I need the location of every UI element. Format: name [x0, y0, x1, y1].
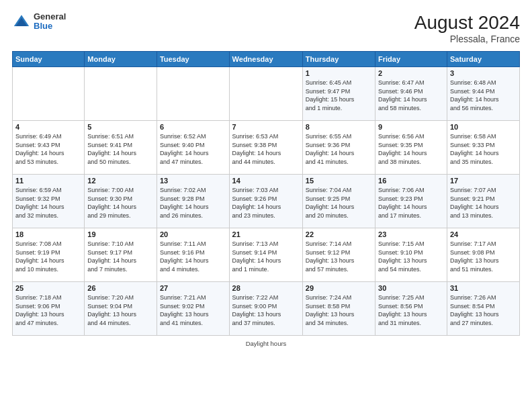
day-number: 29	[306, 284, 372, 292]
day-info: Sunrise: 6:53 AM Sunset: 9:38 PM Dayligh…	[232, 132, 300, 166]
calendar-cell: 6Sunrise: 6:52 AM Sunset: 9:40 PM Daylig…	[157, 121, 229, 175]
day-number: 8	[306, 123, 372, 131]
day-number: 12	[87, 177, 154, 185]
day-info: Sunrise: 7:15 AM Sunset: 9:10 PM Dayligh…	[378, 240, 444, 273]
logo-general-text: General	[34, 12, 66, 21]
calendar-cell: 22Sunrise: 7:14 AM Sunset: 9:12 PM Dayli…	[302, 228, 375, 282]
calendar-cell: 21Sunrise: 7:13 AM Sunset: 9:14 PM Dayli…	[229, 228, 302, 282]
day-number: 25	[15, 284, 81, 292]
calendar-header-sunday: Sunday	[13, 52, 85, 67]
daylight-label: Daylight hours	[246, 340, 287, 347]
calendar-cell: 5Sunrise: 6:51 AM Sunset: 9:41 PM Daylig…	[85, 121, 157, 175]
main-title: August 2024	[414, 12, 520, 34]
title-block: August 2024 Plessala, France	[414, 12, 520, 44]
day-info: Sunrise: 7:03 AM Sunset: 9:26 PM Dayligh…	[232, 186, 300, 220]
day-info: Sunrise: 6:55 AM Sunset: 9:36 PM Dayligh…	[306, 132, 372, 166]
calendar-header-tuesday: Tuesday	[157, 52, 229, 67]
calendar-cell	[85, 67, 157, 121]
calendar-cell: 28Sunrise: 7:22 AM Sunset: 9:00 PM Dayli…	[229, 282, 302, 336]
day-number: 21	[232, 230, 300, 238]
footer: Daylight hours	[12, 340, 520, 347]
calendar-header-saturday: Saturday	[447, 52, 519, 67]
day-number: 26	[87, 284, 154, 292]
day-number: 19	[87, 230, 154, 238]
day-number: 3	[450, 69, 517, 77]
calendar-cell: 16Sunrise: 7:06 AM Sunset: 9:23 PM Dayli…	[375, 175, 447, 228]
day-info: Sunrise: 7:06 AM Sunset: 9:23 PM Dayligh…	[378, 186, 444, 220]
calendar-cell: 20Sunrise: 7:11 AM Sunset: 9:16 PM Dayli…	[157, 228, 229, 282]
day-number: 18	[15, 230, 81, 238]
day-info: Sunrise: 7:25 AM Sunset: 8:56 PM Dayligh…	[378, 293, 444, 327]
day-number: 10	[450, 123, 517, 131]
calendar-cell: 27Sunrise: 7:21 AM Sunset: 9:02 PM Dayli…	[157, 282, 229, 336]
logo: General Blue	[12, 12, 66, 32]
calendar-cell: 9Sunrise: 6:56 AM Sunset: 9:35 PM Daylig…	[375, 121, 447, 175]
day-info: Sunrise: 7:04 AM Sunset: 9:25 PM Dayligh…	[306, 186, 372, 220]
day-info: Sunrise: 7:26 AM Sunset: 8:54 PM Dayligh…	[450, 293, 517, 327]
page: General Blue August 2024 Plessala, Franc…	[0, 0, 532, 411]
calendar-week-2: 11Sunrise: 6:59 AM Sunset: 9:32 PM Dayli…	[13, 175, 520, 228]
day-info: Sunrise: 7:02 AM Sunset: 9:28 PM Dayligh…	[160, 186, 226, 220]
calendar-cell: 12Sunrise: 7:00 AM Sunset: 9:30 PM Dayli…	[85, 175, 157, 228]
day-info: Sunrise: 7:08 AM Sunset: 9:19 PM Dayligh…	[15, 240, 81, 273]
calendar-cell: 19Sunrise: 7:10 AM Sunset: 9:17 PM Dayli…	[85, 228, 157, 282]
calendar-cell: 31Sunrise: 7:26 AM Sunset: 8:54 PM Dayli…	[447, 282, 519, 336]
day-info: Sunrise: 6:58 AM Sunset: 9:33 PM Dayligh…	[450, 132, 517, 166]
day-number: 17	[450, 177, 517, 185]
day-info: Sunrise: 6:52 AM Sunset: 9:40 PM Dayligh…	[160, 132, 226, 166]
day-info: Sunrise: 6:49 AM Sunset: 9:43 PM Dayligh…	[15, 132, 81, 166]
day-info: Sunrise: 7:07 AM Sunset: 9:21 PM Dayligh…	[450, 186, 517, 220]
calendar-header-monday: Monday	[85, 52, 157, 67]
day-number: 13	[160, 177, 226, 185]
day-number: 4	[15, 123, 81, 131]
day-number: 14	[232, 177, 300, 185]
calendar-week-4: 25Sunrise: 7:18 AM Sunset: 9:06 PM Dayli…	[13, 282, 520, 336]
day-info: Sunrise: 6:51 AM Sunset: 9:41 PM Dayligh…	[87, 132, 154, 166]
logo-icon	[12, 12, 31, 31]
calendar-cell: 26Sunrise: 7:20 AM Sunset: 9:04 PM Dayli…	[85, 282, 157, 336]
calendar-cell: 23Sunrise: 7:15 AM Sunset: 9:10 PM Dayli…	[375, 228, 447, 282]
day-number: 15	[306, 177, 372, 185]
calendar-week-0: 1Sunrise: 6:45 AM Sunset: 9:47 PM Daylig…	[13, 67, 520, 121]
calendar-week-1: 4Sunrise: 6:49 AM Sunset: 9:43 PM Daylig…	[13, 121, 520, 175]
day-info: Sunrise: 7:00 AM Sunset: 9:30 PM Dayligh…	[87, 186, 154, 220]
calendar-cell: 24Sunrise: 7:17 AM Sunset: 9:08 PM Dayli…	[447, 228, 519, 282]
day-info: Sunrise: 6:48 AM Sunset: 9:44 PM Dayligh…	[450, 79, 517, 112]
calendar-cell: 8Sunrise: 6:55 AM Sunset: 9:36 PM Daylig…	[302, 121, 375, 175]
calendar-cell: 25Sunrise: 7:18 AM Sunset: 9:06 PM Dayli…	[13, 282, 85, 336]
day-number: 31	[450, 284, 517, 292]
calendar-cell: 4Sunrise: 6:49 AM Sunset: 9:43 PM Daylig…	[13, 121, 85, 175]
day-info: Sunrise: 7:24 AM Sunset: 8:58 PM Dayligh…	[306, 293, 372, 327]
calendar-table: SundayMondayTuesdayWednesdayThursdayFrid…	[12, 51, 520, 336]
logo-text: General Blue	[34, 12, 66, 32]
day-info: Sunrise: 7:13 AM Sunset: 9:14 PM Dayligh…	[232, 240, 300, 273]
calendar-cell	[229, 67, 302, 121]
calendar-cell: 15Sunrise: 7:04 AM Sunset: 9:25 PM Dayli…	[302, 175, 375, 228]
calendar-cell	[13, 67, 85, 121]
calendar-cell: 1Sunrise: 6:45 AM Sunset: 9:47 PM Daylig…	[302, 67, 375, 121]
day-info: Sunrise: 7:10 AM Sunset: 9:17 PM Dayligh…	[87, 240, 154, 273]
day-number: 11	[15, 177, 81, 185]
day-info: Sunrise: 7:18 AM Sunset: 9:06 PM Dayligh…	[15, 293, 81, 327]
calendar-cell: 2Sunrise: 6:47 AM Sunset: 9:46 PM Daylig…	[375, 67, 447, 121]
day-number: 30	[378, 284, 444, 292]
day-info: Sunrise: 7:14 AM Sunset: 9:12 PM Dayligh…	[306, 240, 372, 273]
day-number: 1	[306, 69, 372, 77]
calendar-header-row: SundayMondayTuesdayWednesdayThursdayFrid…	[13, 52, 520, 67]
calendar-cell: 14Sunrise: 7:03 AM Sunset: 9:26 PM Dayli…	[229, 175, 302, 228]
day-number: 22	[306, 230, 372, 238]
calendar-cell: 10Sunrise: 6:58 AM Sunset: 9:33 PM Dayli…	[447, 121, 519, 175]
calendar-cell: 30Sunrise: 7:25 AM Sunset: 8:56 PM Dayli…	[375, 282, 447, 336]
day-number: 23	[378, 230, 444, 238]
calendar-header-wednesday: Wednesday	[229, 52, 302, 67]
day-number: 2	[378, 69, 444, 77]
day-info: Sunrise: 7:17 AM Sunset: 9:08 PM Dayligh…	[450, 240, 517, 273]
calendar-cell	[157, 67, 229, 121]
day-info: Sunrise: 7:11 AM Sunset: 9:16 PM Dayligh…	[160, 240, 226, 273]
day-number: 28	[232, 284, 300, 292]
calendar-header-friday: Friday	[375, 52, 447, 67]
day-info: Sunrise: 7:22 AM Sunset: 9:00 PM Dayligh…	[232, 293, 300, 327]
day-info: Sunrise: 6:59 AM Sunset: 9:32 PM Dayligh…	[15, 186, 81, 220]
day-number: 9	[378, 123, 444, 131]
calendar-cell: 3Sunrise: 6:48 AM Sunset: 9:44 PM Daylig…	[447, 67, 519, 121]
